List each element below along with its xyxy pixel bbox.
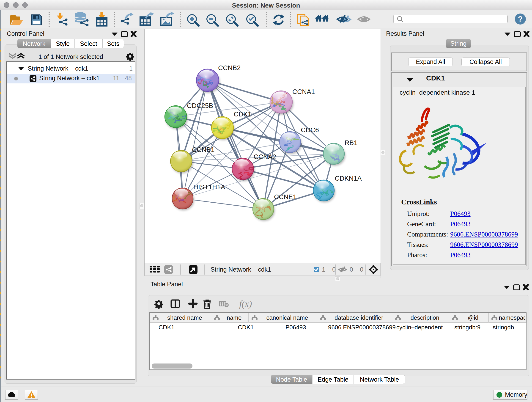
svg-text:CDC6: CDC6 <box>301 126 319 134</box>
svg-text:CCNE1: CCNE1 <box>274 193 297 201</box>
svg-text:CCNB2: CCNB2 <box>218 64 241 71</box>
svg-text:CCNA1: CCNA1 <box>292 88 315 95</box>
svg-text:?: ? <box>518 14 523 23</box>
svg-text:CDK1: CDK1 <box>234 110 251 118</box>
svg-text:CDC25B: CDC25B <box>187 102 213 109</box>
svg-text:CCNB1: CCNB1 <box>192 146 215 153</box>
svg-text:f(x): f(x) <box>239 299 252 309</box>
svg-text:HIST1H1A: HIST1H1A <box>193 183 225 191</box>
svg-text:CDKN1A: CDKN1A <box>335 175 362 182</box>
svg-text:RB1: RB1 <box>345 139 357 147</box>
svg-text:CCNA2: CCNA2 <box>254 153 276 160</box>
